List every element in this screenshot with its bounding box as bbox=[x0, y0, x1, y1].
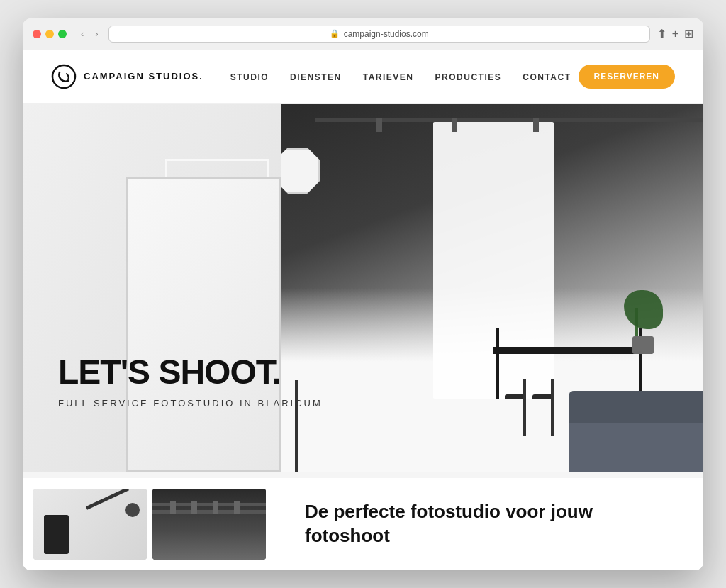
tabs-button[interactable]: ⊞ bbox=[684, 27, 693, 40]
hero-section: LET'S SHOOT. FULL SERVICE FOTOSTUDIO IN … bbox=[23, 104, 703, 472]
forward-button[interactable]: › bbox=[92, 27, 101, 40]
minimize-button[interactable] bbox=[45, 30, 54, 38]
hero-text: LET'S SHOOT. FULL SERVICE FOTOSTUDIO IN … bbox=[58, 355, 323, 409]
nav-producties[interactable]: PRODUCTIES bbox=[435, 72, 502, 82]
light-1 bbox=[376, 118, 382, 132]
nav-diensten[interactable]: DIENSTEN bbox=[290, 72, 342, 82]
thumb-spot-3 bbox=[213, 501, 218, 514]
thumb-spot-4 bbox=[234, 501, 240, 514]
traffic-lights bbox=[33, 30, 67, 38]
thumb-2-bg bbox=[152, 489, 266, 560]
light-track bbox=[315, 118, 703, 122]
reserveren-button[interactable]: RESERVEREN bbox=[579, 65, 675, 89]
nav-tarieven[interactable]: TARIEVEN bbox=[363, 72, 414, 82]
website: CAMPAIGN STUDIOS. STUDIO DIENSTEN TARIEV… bbox=[23, 50, 703, 570]
nav-studio[interactable]: STUDIO bbox=[230, 72, 269, 82]
hero-subtitle: FULL SERVICE FOTOSTUDIO IN BLARICUM bbox=[58, 398, 323, 409]
address-bar[interactable]: 🔒 campaign-studios.com bbox=[108, 26, 650, 43]
table-top bbox=[493, 347, 649, 354]
thumb-light-head bbox=[125, 503, 140, 517]
browser-chrome: ‹ › 🔒 campaign-studios.com ⬆ + ⊞ bbox=[23, 18, 703, 50]
bottom-images bbox=[23, 478, 277, 570]
bottom-section: De perfecte fotostudio voor jouwfotoshoo… bbox=[23, 478, 703, 570]
maximize-button[interactable] bbox=[58, 30, 67, 38]
thumb-equipment-body bbox=[44, 515, 69, 554]
share-button[interactable]: ⬆ bbox=[657, 27, 666, 40]
thumb-spot-2 bbox=[191, 501, 197, 514]
studio-scene: LET'S SHOOT. FULL SERVICE FOTOSTUDIO IN … bbox=[23, 104, 703, 472]
thumb-track-2 bbox=[152, 510, 266, 514]
couch bbox=[569, 391, 703, 472]
thumb-track-1 bbox=[152, 503, 266, 506]
browser-controls: ‹ › bbox=[78, 27, 101, 40]
thumb-1 bbox=[33, 489, 147, 560]
back-button[interactable]: ‹ bbox=[78, 27, 86, 40]
browser-actions: ⬆ + ⊞ bbox=[657, 27, 693, 40]
hero-title: LET'S SHOOT. bbox=[58, 355, 323, 389]
bottom-heading: De perfecte fotostudio voor jouwfotoshoo… bbox=[305, 500, 593, 548]
new-tab-button[interactable]: + bbox=[672, 28, 678, 40]
table-leg-2 bbox=[496, 328, 499, 399]
stool-leg-1 bbox=[551, 379, 554, 436]
nav-links: STUDIO DIENSTEN TARIEVEN PRODUCTIES CONT… bbox=[230, 70, 571, 83]
plant bbox=[631, 304, 656, 354]
browser-window: ‹ › 🔒 campaign-studios.com ⬆ + ⊞ CAMPAIG… bbox=[23, 18, 703, 570]
bottom-text: De perfecte fotostudio voor jouwfotoshoo… bbox=[277, 478, 621, 570]
logo-icon bbox=[51, 64, 77, 89]
url-text: campaign-studios.com bbox=[344, 29, 429, 39]
logo[interactable]: CAMPAIGN STUDIOS. bbox=[51, 64, 203, 89]
logo-text: CAMPAIGN STUDIOS. bbox=[84, 71, 203, 82]
nav-contact[interactable]: CONTACT bbox=[523, 72, 571, 82]
thumb-spot-1 bbox=[170, 501, 176, 514]
stool-leg-2 bbox=[523, 379, 526, 436]
main-nav: CAMPAIGN STUDIOS. STUDIO DIENSTEN TARIEV… bbox=[23, 50, 703, 104]
softbox bbox=[274, 148, 320, 194]
svg-point-0 bbox=[52, 65, 75, 88]
couch-back bbox=[569, 391, 703, 423]
light-2 bbox=[452, 118, 457, 132]
plant-pot bbox=[632, 336, 654, 354]
section-divider bbox=[23, 472, 703, 478]
thumb-2 bbox=[152, 489, 266, 560]
backdrop bbox=[433, 122, 554, 399]
close-button[interactable] bbox=[33, 30, 41, 38]
light-3 bbox=[533, 118, 539, 132]
lock-icon: 🔒 bbox=[330, 29, 340, 38]
